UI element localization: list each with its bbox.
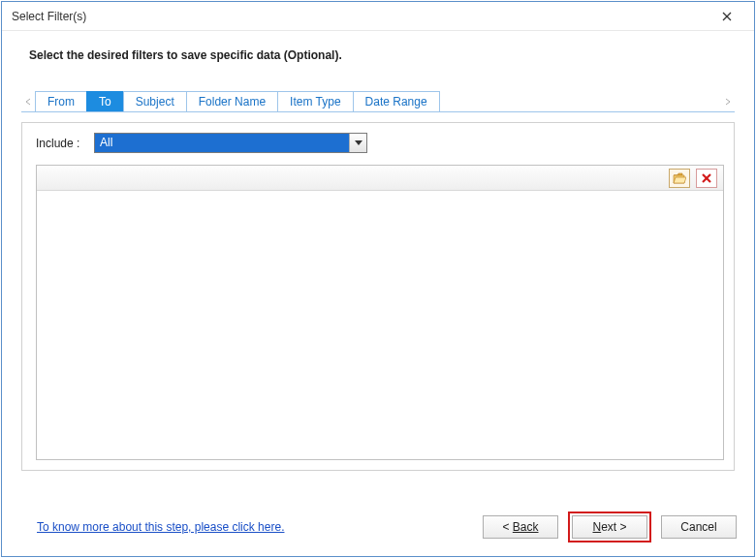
filter-list-toolbar (37, 166, 723, 191)
include-combobox[interactable]: All (94, 133, 367, 153)
folder-open-icon (673, 172, 686, 184)
cancel-button[interactable]: Cancel (661, 515, 737, 539)
dialog-content: Select the desired filters to save speci… (2, 31, 754, 504)
remove-button[interactable] (696, 169, 717, 188)
tab-subject[interactable]: Subject (123, 91, 187, 111)
tab-date-range[interactable]: Date Range (353, 91, 440, 111)
dialog-title: Select Filter(s) (12, 10, 86, 23)
next-button[interactable]: Next > (572, 515, 647, 539)
close-button[interactable] (708, 3, 746, 30)
chevron-left-icon (25, 98, 31, 106)
filter-list-body[interactable] (37, 191, 723, 459)
tab-folder-name[interactable]: Folder Name (186, 91, 278, 111)
help-link[interactable]: To know more about this step, please cli… (37, 520, 284, 534)
back-label: Back (513, 520, 539, 534)
include-label: Include : (36, 137, 86, 150)
tab-scroll-left[interactable] (21, 91, 35, 111)
tab-from[interactable]: From (35, 91, 87, 111)
chevron-down-icon (355, 140, 362, 146)
tab-scroll-right[interactable] (721, 91, 735, 111)
filter-panel: Include : All (21, 122, 735, 471)
next-button-highlight: Next > (568, 512, 651, 542)
chevron-right-icon (725, 98, 731, 106)
select-filter-dialog: Select Filter(s) Select the desired filt… (1, 1, 755, 557)
browse-button[interactable] (669, 169, 690, 188)
svg-marker-2 (355, 140, 362, 145)
tab-to[interactable]: To (86, 91, 124, 111)
delete-x-icon (701, 172, 712, 184)
tab-strip: From To Subject Folder Name Item Type Da… (21, 91, 735, 112)
include-value[interactable]: All (95, 134, 349, 152)
dialog-footer: To know more about this step, please cli… (2, 504, 754, 556)
include-row: Include : All (36, 133, 724, 153)
filter-list (36, 165, 724, 460)
close-icon (722, 12, 732, 21)
instruction-text: Select the desired filters to save speci… (21, 48, 735, 62)
button-row: < Back Next > Cancel (483, 515, 737, 539)
titlebar: Select Filter(s) (2, 2, 754, 31)
include-dropdown-button[interactable] (349, 134, 366, 152)
back-button[interactable]: < Back (483, 515, 558, 539)
tab-item-type[interactable]: Item Type (277, 91, 353, 111)
